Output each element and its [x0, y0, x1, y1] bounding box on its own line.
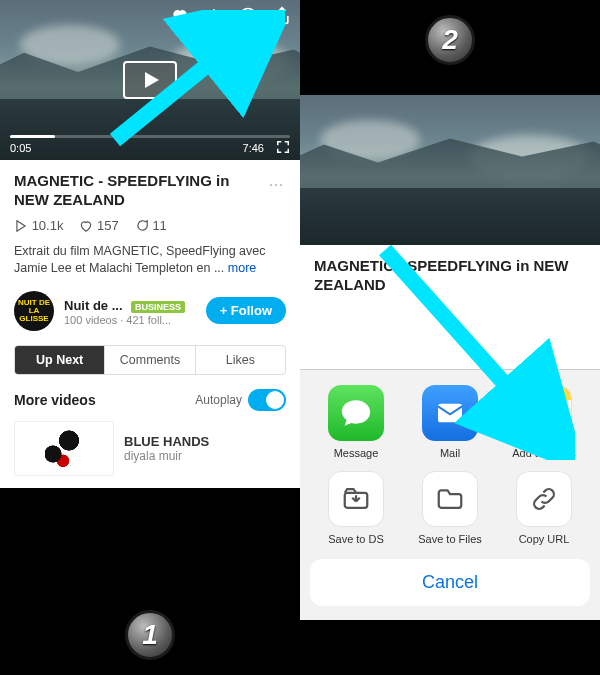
- video-progress[interactable]: [10, 135, 290, 138]
- tab-segment: Up Next Comments Likes: [14, 345, 286, 375]
- copy-url-icon: [516, 471, 572, 527]
- channel-subtext: 100 videos · 421 foll...: [64, 314, 185, 326]
- plays-stat: 10.1k: [14, 218, 63, 234]
- time-total: 7:46: [243, 142, 264, 154]
- share-message[interactable]: Message: [316, 385, 396, 459]
- download-icon[interactable]: [204, 6, 224, 26]
- likes-stat[interactable]: 157: [79, 218, 118, 234]
- share-sheet: Message Mail Add to Notes Save to DS: [300, 369, 600, 620]
- more-icon[interactable]: …: [268, 172, 286, 190]
- next-video-thumb: [14, 421, 114, 476]
- channel-badge: BUSINESS: [131, 301, 185, 313]
- next-video-author: diyala muir: [124, 449, 209, 463]
- like-icon[interactable]: [170, 6, 190, 26]
- more-videos-label: More videos: [14, 392, 96, 408]
- svg-rect-2: [438, 404, 462, 423]
- video-card: … MAGNETIC - SPEEDFLYING in NEW ZEALAND …: [0, 160, 300, 488]
- notes-icon: [516, 385, 572, 441]
- tab-comments[interactable]: Comments: [105, 346, 195, 374]
- video-title-bg: MAGNETIC - SPEEDFLYING in NEW ZEALAND: [314, 257, 586, 295]
- video-title: MAGNETIC - SPEEDFLYING in NEW ZEALAND: [14, 172, 286, 210]
- more-link[interactable]: more: [228, 261, 256, 275]
- share-mail[interactable]: Mail: [410, 385, 490, 459]
- phone-screenshot-2: MAGNETIC - SPEEDFLYING in NEW ZEALAND Me…: [300, 0, 600, 620]
- channel-row: NUIT DE LA GLISSE Nuit de ... BUSINESS 1…: [14, 291, 286, 331]
- share-notes[interactable]: Add to Notes: [504, 385, 584, 459]
- share-icon[interactable]: [272, 6, 292, 26]
- channel-name[interactable]: Nuit de ...: [64, 298, 123, 313]
- step-1-badge: 1: [125, 610, 175, 660]
- step-2-badge: 2: [425, 15, 475, 65]
- video-description: Extrait du film MAGNETIC, SpeedFlying av…: [14, 243, 286, 277]
- comments-stat[interactable]: 11: [135, 218, 167, 234]
- video-stats: 10.1k 157 11: [14, 218, 286, 234]
- autoplay-label: Autoplay: [195, 393, 242, 407]
- video-player-bg: [300, 95, 600, 245]
- channel-avatar[interactable]: NUIT DE LA GLISSE: [14, 291, 54, 331]
- next-video-title: BLUE HANDS: [124, 434, 209, 449]
- phone-screenshot-1: 0:05 7:46 … MAGNETIC - SPEEDFLYING in NE…: [0, 0, 300, 620]
- watch-later-icon[interactable]: [238, 6, 258, 26]
- share-save-ds[interactable]: Save to DS: [316, 471, 396, 545]
- tab-likes[interactable]: Likes: [196, 346, 285, 374]
- share-save-files[interactable]: Save to Files: [410, 471, 490, 545]
- play-button[interactable]: [123, 61, 177, 99]
- fullscreen-icon[interactable]: [276, 140, 290, 156]
- time-current: 0:05: [10, 142, 31, 154]
- cancel-button[interactable]: Cancel: [310, 559, 590, 606]
- next-video-item[interactable]: BLUE HANDS diyala muir: [14, 421, 286, 476]
- share-copy-url[interactable]: Copy URL: [504, 471, 584, 545]
- save-files-icon: [422, 471, 478, 527]
- video-player[interactable]: 0:05 7:46: [0, 0, 300, 160]
- autoplay-toggle[interactable]: [248, 389, 286, 411]
- tab-upnext[interactable]: Up Next: [15, 346, 105, 374]
- message-icon: [328, 385, 384, 441]
- follow-button[interactable]: + Follow: [206, 297, 286, 324]
- save-ds-icon: [328, 471, 384, 527]
- mail-icon: [422, 385, 478, 441]
